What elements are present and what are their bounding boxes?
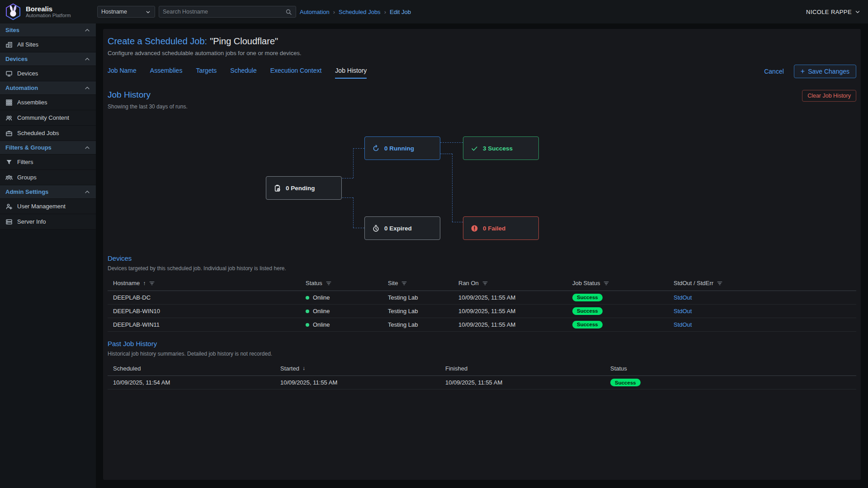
clipboard-icon	[274, 184, 281, 192]
cell-job-status: Success	[567, 304, 668, 318]
brand-logo-block: Borealis Automation Platform	[0, 3, 96, 20]
sidebar-item-label: Assemblies	[17, 99, 47, 106]
page-subtitle: Configure advanced schedulable automatio…	[108, 50, 856, 56]
sidebar-item-all-sites[interactable]: All Sites	[0, 37, 96, 52]
status-badge: Success	[610, 379, 641, 386]
col-hostname[interactable]: Hostname↑	[108, 276, 300, 291]
sidebar-item-community-content[interactable]: Community Content	[0, 110, 96, 126]
table-row[interactable]: DEEPLAB-DC Online Testing Lab 10/09/2025…	[108, 291, 856, 304]
devices-caption: Devices targeted by this scheduled job. …	[108, 265, 856, 272]
search-icon[interactable]	[285, 9, 292, 15]
past-job-history-section: Past Job History Historical job history …	[108, 340, 856, 390]
tab-targets[interactable]: Targets	[196, 67, 217, 79]
tab-execution-context[interactable]: Execution Context	[270, 67, 322, 79]
node-pending-label: 0 Pending	[286, 185, 315, 192]
connector-line	[342, 178, 353, 178]
tab-assemblies[interactable]: Assemblies	[150, 67, 183, 79]
chevron-up-icon	[84, 27, 90, 33]
chevron-down-icon	[854, 9, 861, 15]
node-expired: 0 Expired	[364, 216, 440, 240]
connector-line	[452, 154, 453, 222]
devices-section: Devices Devices targeted by this schedul…	[108, 254, 856, 332]
sidebar-section-admin-settings[interactable]: Admin Settings	[0, 185, 96, 199]
filter-list-icon[interactable]	[603, 280, 609, 286]
sidebar-item-filters[interactable]: Filters	[0, 155, 96, 170]
cell-job-status: Success	[567, 291, 668, 304]
section-label: Devices	[5, 56, 28, 62]
past-history-caption: Historical job history summaries. Detail…	[108, 351, 856, 357]
sidebar-item-server-info[interactable]: Server Info	[0, 214, 96, 230]
section-label: Sites	[5, 27, 19, 33]
col-started[interactable]: Started↓	[275, 361, 440, 376]
stdout-link[interactable]: StdOut	[674, 294, 692, 301]
table-row[interactable]: DEEPLAB-WIN11 Online Testing Lab 10/09/2…	[108, 318, 856, 331]
cell-site: Testing Lab	[382, 318, 453, 331]
save-changes-label: Save Changes	[808, 68, 849, 75]
tab-job-history[interactable]: Job History	[335, 67, 367, 79]
cell-job-status: Success	[567, 318, 668, 331]
brand-title: Borealis	[26, 5, 71, 13]
job-history-heading: Job History	[108, 90, 188, 100]
table-row[interactable]: 10/09/2025, 11:54 AM 10/09/2025, 11:55 A…	[108, 376, 856, 389]
people-icon	[5, 114, 13, 122]
job-history-header-row: Job History Showing the last 30 days of …	[108, 90, 856, 110]
sidebar-item-label: Groups	[17, 174, 37, 181]
borealis-logo-icon	[5, 3, 22, 20]
breadcrumb-edit-job[interactable]: Edit Job	[390, 9, 411, 15]
filter-list-icon[interactable]	[401, 280, 407, 286]
sidebar-item-label: User Management	[17, 203, 66, 210]
filter-icon	[5, 159, 13, 166]
tab-schedule[interactable]: Schedule	[230, 67, 256, 79]
sidebar-section-devices[interactable]: Devices	[0, 52, 96, 66]
filter-list-icon[interactable]	[717, 280, 723, 286]
sync-icon	[372, 145, 380, 152]
col-stdout[interactable]: StdOut / StdErr	[668, 276, 856, 291]
sidebar-section-sites[interactable]: Sites	[0, 23, 96, 37]
sidebar-item-assemblies[interactable]: Assemblies	[0, 95, 96, 110]
breadcrumb-automation[interactable]: Automation	[300, 9, 330, 15]
cancel-button[interactable]: Cancel	[764, 68, 784, 75]
col-status[interactable]: Status	[605, 361, 856, 376]
breadcrumb-separator: ›	[384, 9, 386, 15]
sort-desc-icon[interactable]: ↓	[302, 365, 305, 371]
filter-list-icon[interactable]	[482, 280, 488, 286]
connector-line	[353, 148, 364, 149]
devices-table: Hostname↑ Status Site Ran On Job Status …	[108, 276, 856, 332]
col-finished[interactable]: Finished	[440, 361, 605, 376]
search-input[interactable]	[163, 9, 285, 15]
col-ran-on[interactable]: Ran On	[453, 276, 567, 291]
col-status[interactable]: Status	[300, 276, 382, 291]
hostname-select[interactable]: Hostname	[97, 6, 155, 18]
stdout-link[interactable]: StdOut	[674, 308, 692, 314]
save-changes-button[interactable]: + Save Changes	[794, 65, 856, 78]
stdout-link[interactable]: StdOut	[674, 321, 692, 328]
sidebar-item-user-management[interactable]: User Management	[0, 199, 96, 214]
filter-list-icon[interactable]	[149, 280, 155, 286]
devices-table-header-row: Hostname↑ Status Site Ran On Job Status …	[108, 276, 856, 291]
sidebar-item-groups[interactable]: Groups	[0, 170, 96, 185]
user-menu[interactable]: NICOLE RAPPE	[806, 9, 861, 15]
connector-line	[440, 142, 463, 143]
filter-list-icon[interactable]	[326, 280, 332, 286]
tab-job-name[interactable]: Job Name	[108, 67, 137, 79]
table-row[interactable]: DEEPLAB-WIN10 Online Testing Lab 10/09/2…	[108, 304, 856, 318]
cell-stdout: StdOut	[668, 291, 856, 304]
col-job-status[interactable]: Job Status	[567, 276, 668, 291]
main-panel: Create a Scheduled Job:"Ping Cloudflare"…	[103, 29, 861, 480]
page-title-prefix: Create a Scheduled Job:	[108, 36, 207, 46]
sidebar-item-devices[interactable]: Devices	[0, 66, 96, 81]
sidebar-section-filters-groups[interactable]: Filters & Groups	[0, 141, 96, 155]
tabs-row: Job Name Assemblies Targets Schedule Exe…	[108, 65, 856, 81]
col-scheduled[interactable]: Scheduled	[108, 361, 275, 376]
search-box[interactable]	[159, 6, 296, 18]
node-expired-label: 0 Expired	[384, 225, 412, 232]
breadcrumb-scheduled-jobs[interactable]: Scheduled Jobs	[339, 9, 381, 15]
sidebar-section-automation[interactable]: Automation	[0, 81, 96, 95]
col-site[interactable]: Site	[382, 276, 453, 291]
check-icon	[471, 145, 478, 152]
sort-asc-icon[interactable]: ↑	[143, 280, 146, 286]
sidebar-item-scheduled-jobs[interactable]: Scheduled Jobs	[0, 126, 96, 141]
node-running-label: 0 Running	[384, 145, 414, 152]
connector-line	[353, 197, 354, 228]
clear-job-history-button[interactable]: Clear Job History	[802, 90, 856, 102]
